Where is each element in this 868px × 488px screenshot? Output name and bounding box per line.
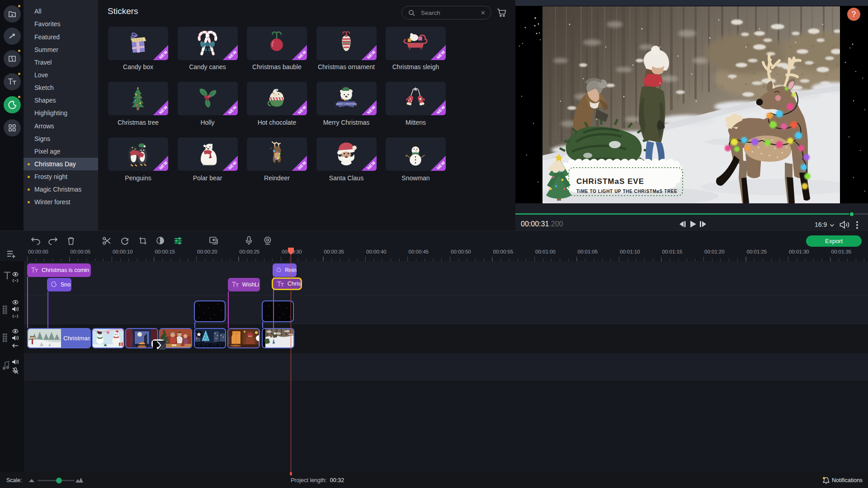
- svg-text:TiME TO LiGHT UP THE CHRiSTMaS: TiME TO LiGHT UP THE CHRiSTMaS TREE: [576, 189, 677, 194]
- svg-text:MERRY CHRISTMAS: MERRY CHRISTMAS: [335, 103, 357, 105]
- svg-text:CHRiSTMaS EVE: CHRiSTMaS EVE: [576, 177, 644, 186]
